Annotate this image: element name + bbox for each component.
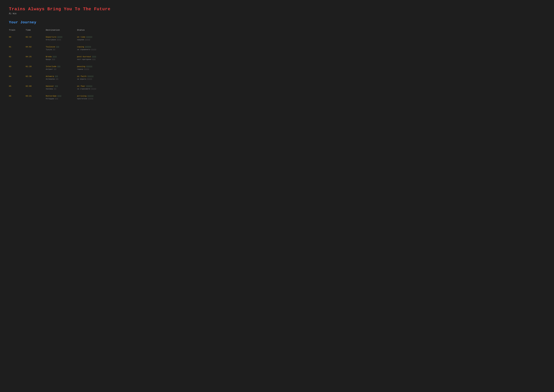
table-row: 01 04:02 Toulouse ▌▌▌ Тулуза ▌▌▌ coping …	[9, 43, 545, 53]
dest-en: Departure ▌▌▌▌▌	[46, 36, 77, 38]
status-cell: on time ▌▌▌▌▌▌ навреме ▌▌▌▌▌▌	[77, 36, 113, 41]
status-en: pausing ▌▌▌▌▌▌	[77, 65, 113, 68]
destination-cell: Hanover ▌▌▌ Хановер ▌▌▌	[46, 85, 77, 90]
train-time: 02:36	[26, 75, 46, 77]
dest-bg: Хановер ▌▌▌	[46, 88, 77, 90]
dest-bg: Антверпен ▌▌▌	[46, 78, 77, 80]
train-cell: 04	[9, 75, 26, 77]
dest-en: Interlude ▌▌▌	[46, 65, 77, 68]
status-en: coping ▌▌▌▌▌▌	[77, 46, 113, 48]
train-cell: 05	[9, 85, 26, 87]
dest-bg: Антракт ▌▌▌	[46, 68, 77, 70]
train-time: 04:02	[26, 46, 46, 48]
train-number: 05	[9, 85, 26, 87]
train-cell: 02	[9, 56, 26, 58]
time-cell: 01:28	[26, 65, 46, 68]
status-en: on faith ▌▌▌▌▌▌	[77, 75, 113, 77]
status-en: on time ▌▌▌▌▌▌	[77, 36, 113, 38]
train-number: 03	[9, 65, 26, 68]
train-cell: 00	[9, 36, 26, 38]
journey-section: Your Journey Train Time Destination Stat…	[9, 20, 545, 102]
table-header-row: Train Time Destination Status	[9, 28, 545, 33]
status-cell: on faith ▌▌▌▌▌▌ за вярата ▌▌▌▌▌▌	[77, 75, 113, 80]
page-header: Trains Always Bring You To The Future Ål…	[9, 7, 545, 15]
train-time: 02:08	[26, 85, 46, 87]
col-train: Train	[9, 29, 26, 31]
destination-cell: Toulouse ▌▌▌ Тулуза ▌▌▌	[46, 46, 77, 51]
train-number: 00	[9, 36, 26, 38]
table-row: 00 02:42 Departure ▌▌▌▌▌ Отпътуване ▌▌▌▌…	[9, 33, 545, 43]
train-number: 04	[9, 75, 26, 77]
table-body: 00 02:42 Departure ▌▌▌▌▌ Отпътуване ▌▌▌▌…	[9, 33, 545, 102]
table-row: 05 02:08 Hanover ▌▌▌ Хановер ▌▌▌ on fear…	[9, 83, 545, 92]
train-cell: 01	[9, 46, 26, 48]
time-cell: 02:08	[26, 85, 46, 87]
main-title: Trains Always Bring You To The Future	[9, 7, 545, 12]
train-time: 03:21	[26, 95, 46, 97]
section-heading: Your Journey	[9, 20, 545, 24]
status-en: post-burnout ▌▌▌▌	[77, 56, 113, 58]
destination-cell: Departure ▌▌▌▌▌ Отпътуване ▌▌▌▌▌	[46, 36, 77, 41]
table-row: 04 02:36 Antwerp ▌▌▌ Антверпен ▌▌▌ on fa…	[9, 73, 545, 83]
time-cell: 02:42	[26, 36, 46, 38]
col-time: Time	[26, 29, 46, 31]
author-subtitle: Ål Nik	[9, 13, 545, 15]
time-cell: 04:02	[26, 46, 46, 48]
status-cell: on fear ▌▌▌▌▌▌ за страховете ▌▌▌▌▌▌	[77, 85, 113, 90]
time-cell: 03:21	[26, 95, 46, 97]
status-bg: пристигане ▌▌▌▌▌▌	[77, 98, 113, 100]
col-status: Status	[77, 29, 113, 31]
status-cell: post-burnout ▌▌▌▌ пост-прегаряне ▌▌▌▌	[77, 56, 113, 60]
table-row: 06 03:21 Rotterdam ▌▌▌▌ Ротердам ▌▌▌▌ ar…	[9, 92, 545, 102]
train-time: 01:28	[26, 65, 46, 68]
dest-en: Rotterdam ▌▌▌▌	[46, 95, 77, 97]
dest-bg: Бреда ▌▌▌▌	[46, 58, 77, 60]
time-cell: 02:36	[26, 75, 46, 77]
table-row: 03 01:28 Interlude ▌▌▌ Антракт ▌▌▌ pausi…	[9, 63, 545, 73]
destination-cell: Interlude ▌▌▌ Антракт ▌▌▌	[46, 65, 77, 70]
journey-table: Train Time Destination Status 00 02:42 D…	[9, 28, 545, 102]
destination-cell: Rotterdam ▌▌▌▌ Ротердам ▌▌▌▌	[46, 95, 77, 100]
status-en: on fear ▌▌▌▌▌▌	[77, 85, 113, 87]
status-cell: coping ▌▌▌▌▌▌ за справянето ▌▌▌▌▌▌	[77, 46, 113, 51]
train-number: 06	[9, 95, 26, 97]
dest-bg: Тулуза ▌▌▌	[46, 49, 77, 51]
train-cell: 03	[9, 65, 26, 68]
status-cell: pausing ▌▌▌▌▌▌ тишина ▌▌▌▌▌▌	[77, 65, 113, 70]
train-number: 01	[9, 46, 26, 48]
dest-bg: Отпътуване ▌▌▌▌▌	[46, 39, 77, 41]
train-time: 02:42	[26, 36, 46, 38]
train-cell: 06	[9, 95, 26, 97]
dest-bg: Ротердам ▌▌▌▌	[46, 98, 77, 100]
dest-en: Toulouse ▌▌▌	[46, 46, 77, 48]
status-bg: за справянето ▌▌▌▌▌▌	[77, 49, 113, 51]
status-bg: тишина ▌▌▌▌▌▌	[77, 68, 113, 70]
status-bg: за вярата ▌▌▌▌▌▌	[77, 78, 113, 80]
col-destination: Destination	[46, 29, 77, 31]
dest-en: Breda ▌▌▌▌	[46, 56, 77, 58]
table-row: 02 04:25 Breda ▌▌▌▌ Бреда ▌▌▌▌ post-burn…	[9, 53, 545, 63]
status-cell: arriving ▌▌▌▌▌▌ пристигане ▌▌▌▌▌▌	[77, 95, 113, 100]
dest-en: Antwerp ▌▌▌	[46, 75, 77, 77]
status-bg: пост-прегаряне ▌▌▌▌	[77, 58, 113, 60]
status-en: arriving ▌▌▌▌▌▌	[77, 95, 113, 97]
status-bg: за страховете ▌▌▌▌▌▌	[77, 88, 113, 90]
train-time: 04:25	[26, 56, 46, 58]
time-cell: 04:25	[26, 56, 46, 58]
status-bg: навреме ▌▌▌▌▌▌	[77, 39, 113, 41]
dest-en: Hanover ▌▌▌	[46, 85, 77, 87]
destination-cell: Antwerp ▌▌▌ Антверпен ▌▌▌	[46, 75, 77, 80]
train-number: 02	[9, 56, 26, 58]
destination-cell: Breda ▌▌▌▌ Бреда ▌▌▌▌	[46, 56, 77, 60]
